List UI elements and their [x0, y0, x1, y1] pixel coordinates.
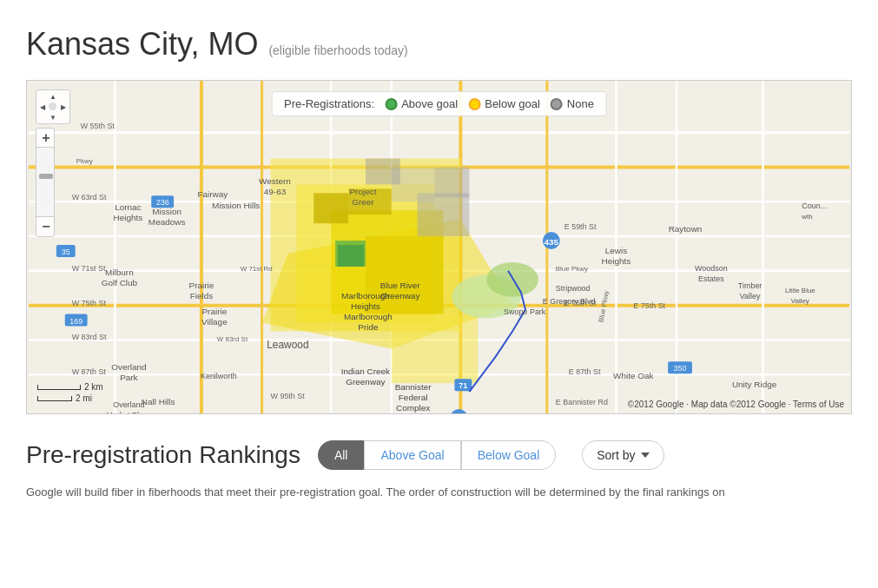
svg-text:Valley: Valley	[791, 297, 809, 305]
zoom-control: + −	[36, 128, 55, 237]
pan-control[interactable]: ▲ ◀ ▶ ▼	[36, 89, 70, 124]
svg-text:169: 169	[69, 317, 83, 326]
rankings-description: Google will build fiber in fiberhoods th…	[26, 484, 852, 502]
rankings-section: Pre-registration Rankings All Above Goal…	[26, 440, 852, 519]
map-container[interactable]: 435 71 71 350 169 35	[26, 80, 852, 414]
svg-text:Meadows: Meadows	[149, 217, 186, 227]
svg-text:Fields: Fields	[190, 291, 214, 301]
svg-text:Lornac: Lornac	[115, 202, 141, 212]
svg-text:Bannister: Bannister	[395, 382, 432, 392]
svg-text:Fairway: Fairway	[197, 189, 228, 199]
zoom-slider[interactable]	[36, 148, 55, 217]
svg-text:Mission: Mission	[152, 207, 182, 216]
svg-text:350: 350	[674, 364, 687, 373]
above-goal-label: Above goal	[401, 97, 458, 110]
map-controls: ▲ ◀ ▶ ▼ + −	[36, 89, 70, 237]
svg-text:Market Place: Market Place	[106, 411, 151, 413]
svg-text:Pride: Pride	[358, 322, 379, 332]
rankings-header: Pre-registration Rankings All Above Goal…	[26, 440, 852, 470]
page-container: Kansas City, MO (eligible fiberhoods tod…	[0, 0, 878, 537]
svg-text:W 63rd St: W 63rd St	[72, 193, 107, 202]
map-svg: 435 71 71 350 169 35	[27, 81, 851, 413]
svg-text:Unity Ridge: Unity Ridge	[732, 380, 777, 389]
svg-text:Overland: Overland	[113, 400, 144, 409]
svg-text:W 55th St: W 55th St	[81, 122, 116, 130]
svg-text:Swope Park: Swope Park	[504, 307, 546, 316]
svg-text:71: 71	[459, 381, 467, 390]
below-goal-label: Below goal	[485, 97, 540, 110]
pan-left-icon[interactable]: ◀	[38, 102, 48, 112]
svg-text:Raytown: Raytown	[669, 224, 703, 234]
svg-text:Prairie: Prairie	[201, 307, 227, 316]
svg-text:Stripwood: Stripwood	[556, 284, 591, 293]
svg-text:Estates: Estates	[698, 274, 724, 283]
scale-km-label: 2 km	[84, 382, 103, 392]
legend-none: None	[551, 97, 594, 110]
svg-text:W 71st Rd: W 71st Rd	[241, 265, 273, 273]
pan-up-icon[interactable]: ▲	[49, 92, 58, 102]
zoom-out-button[interactable]: −	[36, 217, 55, 236]
svg-text:W 71st St: W 71st St	[72, 264, 106, 273]
svg-rect-24	[392, 314, 478, 384]
svg-text:Milburn: Milburn	[105, 268, 134, 277]
svg-text:Marlborough: Marlborough	[344, 312, 393, 321]
svg-rect-30	[435, 167, 470, 197]
svg-text:Heights: Heights	[602, 256, 631, 266]
svg-text:Prairie: Prairie	[189, 281, 215, 290]
map-legend: Pre-Registrations: Above goal Below goal…	[271, 91, 607, 116]
map-copyright: ©2012 Google · Map data ©2012 Google · T…	[628, 400, 844, 409]
above-goal-dot	[385, 98, 397, 110]
none-dot	[551, 98, 563, 110]
zoom-in-button[interactable]: +	[36, 129, 55, 148]
svg-text:W 95th St: W 95th St	[271, 392, 306, 400]
pan-right-icon[interactable]: ▶	[59, 102, 69, 112]
svg-text:Village: Village	[201, 317, 228, 327]
svg-text:Kenilworth: Kenilworth	[201, 372, 237, 380]
svg-text:Blue Pkwy: Blue Pkwy	[556, 265, 588, 273]
legend-above-goal: Above goal	[385, 97, 458, 110]
svg-text:W 83rd St: W 83rd St	[217, 335, 248, 343]
rankings-title: Pre-registration Rankings	[26, 441, 300, 469]
tab-below-goal[interactable]: Below Goal	[461, 440, 557, 470]
svg-text:Greenway: Greenway	[380, 291, 419, 301]
svg-text:E Gregory Blvd: E Gregory Blvd	[543, 297, 596, 306]
pan-down-icon[interactable]: ▼	[49, 113, 58, 122]
filter-tabs: All Above Goal Below Goal	[318, 440, 556, 470]
svg-text:Pkwy: Pkwy	[76, 157, 93, 165]
svg-text:Park: Park	[120, 373, 137, 382]
svg-text:Project: Project	[349, 187, 376, 196]
svg-text:E 59th St: E 59th St	[564, 222, 597, 231]
svg-rect-29	[366, 159, 400, 185]
svg-text:49-63: 49-63	[264, 187, 287, 196]
map-background: 435 71 71 350 169 35	[27, 81, 851, 413]
sort-label: Sort by	[597, 448, 635, 462]
tab-above-goal[interactable]: Above Goal	[364, 440, 460, 470]
svg-text:E Bannister Rd: E Bannister Rd	[556, 398, 608, 406]
svg-text:Coun...: Coun...	[802, 202, 827, 210]
svg-rect-25	[314, 193, 348, 223]
svg-text:Heights: Heights	[351, 301, 380, 311]
svg-text:Golf Club: Golf Club	[102, 278, 138, 287]
city-subtitle: (eligible fiberhoods today)	[268, 43, 407, 57]
tab-all[interactable]: All	[318, 440, 365, 470]
svg-text:35: 35	[62, 248, 70, 256]
city-title: Kansas City, MO	[26, 26, 258, 63]
svg-text:Greer: Greer	[352, 197, 374, 207]
svg-rect-32	[338, 245, 364, 267]
scale-mi-label: 2 mi	[76, 393, 92, 403]
legend-label: Pre-Registrations:	[284, 97, 374, 110]
svg-text:Lewis: Lewis	[605, 246, 627, 255]
svg-text:Nall Hills: Nall Hills	[142, 397, 175, 406]
svg-text:Heights: Heights	[114, 213, 143, 222]
svg-text:E 75th St: E 75th St	[633, 301, 665, 310]
svg-text:W 75th St: W 75th St	[72, 299, 107, 307]
legend-below-goal: Below goal	[468, 97, 540, 110]
svg-text:Blue River: Blue River	[380, 281, 421, 290]
sort-by-button[interactable]: Sort by	[582, 440, 663, 470]
svg-text:Greenway: Greenway	[346, 377, 385, 386]
sort-arrow-icon	[641, 453, 650, 458]
svg-text:W 87th St: W 87th St	[72, 367, 107, 376]
svg-text:wth: wth	[801, 213, 812, 221]
map-scale: 2 km 2 mi	[37, 382, 103, 403]
svg-text:435: 435	[545, 237, 559, 247]
